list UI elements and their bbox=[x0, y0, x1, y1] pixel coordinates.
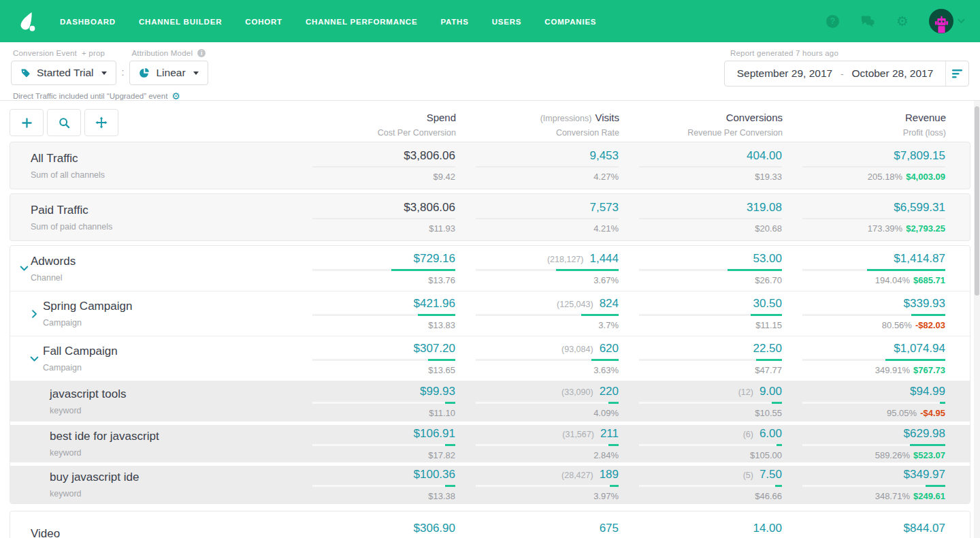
header-spend[interactable]: Spend Cost Per Conversion bbox=[293, 109, 456, 138]
spend-bar bbox=[312, 444, 455, 446]
chat-icon[interactable] bbox=[860, 14, 876, 28]
help-icon[interactable]: ? bbox=[826, 15, 839, 28]
move-button[interactable] bbox=[84, 109, 118, 136]
spend-cell: $3,806.06 $11.93 bbox=[292, 202, 455, 233]
chevron-down-icon[interactable] bbox=[20, 264, 29, 273]
conversions-value[interactable]: 53.00 bbox=[753, 253, 782, 264]
spend-cell: $100.36 $13.38 bbox=[292, 469, 455, 501]
visits-value[interactable]: 211 bbox=[600, 428, 619, 439]
revenue-value[interactable]: $349.97 bbox=[904, 469, 945, 480]
table-row-adwords[interactable]: Adwords Channel $729.16 $13.76 (218,127)… bbox=[10, 246, 970, 291]
conversions-value[interactable]: 14.00 bbox=[753, 522, 782, 534]
nav-item-dashboard[interactable]: DASHBOARD bbox=[60, 18, 116, 26]
table-row-buy-javascript-ide[interactable]: buy javascript ide keyword $100.36 $13.3… bbox=[10, 462, 970, 503]
avatar[interactable] bbox=[929, 9, 953, 33]
table-row-fall-campaign[interactable]: Fall Campaign Campaign $307.20 $13.65 (9… bbox=[10, 336, 970, 381]
profit-percent: 95.05% bbox=[887, 408, 917, 418]
revenue-value[interactable]: $1,414.87 bbox=[894, 253, 945, 264]
date-range-value[interactable]: September 29, 2017 - October 28, 2017 bbox=[725, 61, 945, 86]
profit-percent: 80.56% bbox=[882, 320, 912, 330]
filter-bar: Conversion Event + prop Started Trial : … bbox=[0, 42, 980, 101]
conversions-subvalue: $10.55 bbox=[755, 409, 782, 417]
visits-bar bbox=[476, 402, 619, 404]
table-row-best-ide-for-javascript[interactable]: best ide for javascript keyword $106.91 … bbox=[10, 422, 970, 462]
table-row-javascript-tools[interactable]: javascript tools keyword $99.93 $11.10 (… bbox=[10, 381, 970, 422]
revenue-value[interactable]: $844.07 bbox=[904, 522, 945, 534]
gear-icon[interactable]: ⚙ bbox=[896, 14, 909, 28]
header-conversions[interactable]: Conversions Revenue Per Conversion bbox=[619, 109, 783, 138]
spend-value[interactable]: $100.36 bbox=[414, 469, 455, 480]
visits-value[interactable]: 9,453 bbox=[589, 150, 619, 161]
account-menu[interactable] bbox=[929, 9, 965, 33]
revenue-bar bbox=[802, 359, 945, 361]
visits-value[interactable]: 620 bbox=[600, 343, 619, 354]
revenue-value[interactable]: $339.93 bbox=[904, 298, 945, 309]
caret-down-icon bbox=[193, 72, 199, 75]
visits-bar bbox=[476, 485, 619, 487]
chevron-right-icon[interactable] bbox=[30, 309, 39, 318]
card-paid-traffic: Paid Traffic Sum of paid channels $3,806… bbox=[10, 193, 970, 241]
chevron-down-icon[interactable] bbox=[30, 354, 39, 363]
nav-item-channel-builder[interactable]: CHANNEL BUILDER bbox=[139, 18, 222, 26]
visits-value[interactable]: 7,573 bbox=[589, 202, 619, 213]
conversions-value[interactable]: 30.50 bbox=[753, 298, 782, 309]
attribution-model-label: Attribution Model i bbox=[131, 49, 208, 57]
conversions-subvalue: $47.77 bbox=[755, 366, 782, 375]
header-visits[interactable]: (Impressions)Visits Conversion Rate bbox=[456, 109, 619, 138]
conversions-value[interactable]: 22.50 bbox=[753, 343, 782, 354]
visits-count: (125,043) bbox=[557, 300, 593, 309]
chevron-down-icon[interactable] bbox=[958, 18, 965, 24]
revenue-value[interactable]: $94.99 bbox=[910, 385, 945, 397]
visits-value[interactable]: 675 bbox=[600, 522, 619, 534]
revenue-subvalue: 349.91%$767.73 bbox=[875, 366, 945, 375]
table-row-all-traffic[interactable]: All Traffic Sum of all channels $3,806.0… bbox=[10, 142, 970, 189]
spend-value[interactable]: $307.20 bbox=[414, 343, 455, 354]
revenue-cell: $844.07 bbox=[782, 522, 945, 538]
visits-value[interactable]: 1,444 bbox=[589, 253, 619, 264]
search-button[interactable] bbox=[47, 109, 81, 136]
nav-item-users[interactable]: USERS bbox=[492, 18, 522, 26]
app-logo-icon[interactable] bbox=[16, 10, 37, 32]
revenue-value[interactable]: $6,599.31 bbox=[894, 202, 945, 213]
nav-item-paths[interactable]: PATHS bbox=[440, 18, 468, 26]
row-subtitle: keyword bbox=[50, 489, 292, 499]
conversions-count: (6) bbox=[743, 430, 753, 439]
scrollbar-thumb[interactable] bbox=[975, 106, 979, 296]
conversions-value[interactable]: 9.00 bbox=[760, 385, 782, 397]
conversion-event-dropdown[interactable]: Started Trial bbox=[11, 61, 116, 85]
spend-value[interactable]: $106.91 bbox=[414, 428, 455, 439]
table-row-spring-campaign[interactable]: Spring Campaign Campaign $421.96 $13.83 … bbox=[10, 291, 970, 336]
info-icon[interactable]: i bbox=[197, 49, 206, 57]
table-row-paid-traffic[interactable]: Paid Traffic Sum of paid channels $3,806… bbox=[10, 194, 970, 240]
add-prop-link[interactable]: + prop bbox=[82, 49, 105, 57]
revenue-value[interactable]: $7,809.15 bbox=[894, 150, 945, 161]
nav-item-channel-performance[interactable]: CHANNEL PERFORMANCE bbox=[306, 18, 418, 26]
vertical-scrollbar[interactable] bbox=[974, 101, 980, 538]
visits-value[interactable]: 824 bbox=[600, 298, 619, 309]
spend-value[interactable]: $306.90 bbox=[414, 522, 455, 534]
revenue-subvalue: 80.56%-$82.03 bbox=[882, 321, 945, 330]
header-revenue[interactable]: Revenue Profit (loss) bbox=[783, 109, 946, 138]
visits-value[interactable]: 189 bbox=[600, 469, 619, 480]
spend-value[interactable]: $421.96 bbox=[414, 298, 455, 309]
settings-gear-icon[interactable]: ⚙ bbox=[172, 91, 180, 101]
table-row-video[interactable]: Video $306.90 675 14.00 $844.07 bbox=[10, 511, 970, 538]
attribution-model-dropdown[interactable]: Linear bbox=[129, 61, 208, 85]
visits-subvalue: 3.97% bbox=[593, 492, 619, 501]
visits-cell: (31,567)211 2.84% bbox=[455, 428, 619, 460]
nav-item-cohort[interactable]: COHORT bbox=[245, 18, 282, 26]
revenue-value[interactable]: $1,074.94 bbox=[894, 343, 945, 354]
spend-value[interactable]: $729.16 bbox=[414, 253, 455, 264]
spend-value[interactable]: $99.93 bbox=[420, 385, 455, 397]
nav-item-companies[interactable]: COMPANIES bbox=[544, 18, 596, 26]
revenue-value[interactable]: $629.98 bbox=[904, 428, 945, 439]
conversions-value[interactable]: 404.00 bbox=[747, 150, 782, 161]
date-filter-button[interactable] bbox=[945, 61, 968, 86]
visits-cell: 9,453 4.27% bbox=[455, 150, 619, 181]
revenue-cell: $94.99 95.05%-$4.95 bbox=[782, 385, 945, 417]
conversions-value[interactable]: 6.00 bbox=[760, 428, 782, 439]
conversions-value[interactable]: 319.08 bbox=[747, 202, 782, 213]
add-channel-button[interactable] bbox=[10, 109, 44, 136]
visits-value[interactable]: 220 bbox=[600, 385, 619, 397]
conversions-value[interactable]: 7.50 bbox=[760, 469, 782, 480]
